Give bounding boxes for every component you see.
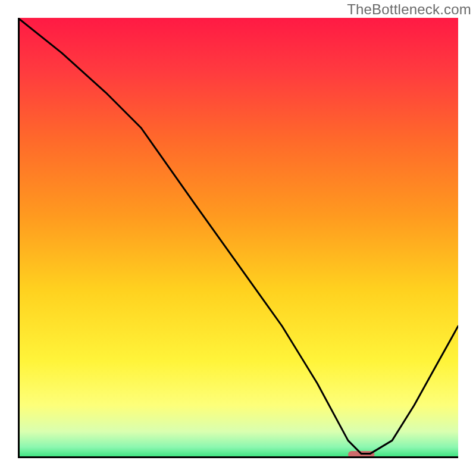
chart-container: TheBottleneck.com: [0, 0, 476, 476]
gradient-fill: [18, 18, 458, 458]
x-axis: [18, 456, 458, 458]
plot-area: [18, 18, 458, 458]
y-axis: [18, 18, 20, 458]
watermark-text: TheBottleneck.com: [347, 1, 471, 18]
